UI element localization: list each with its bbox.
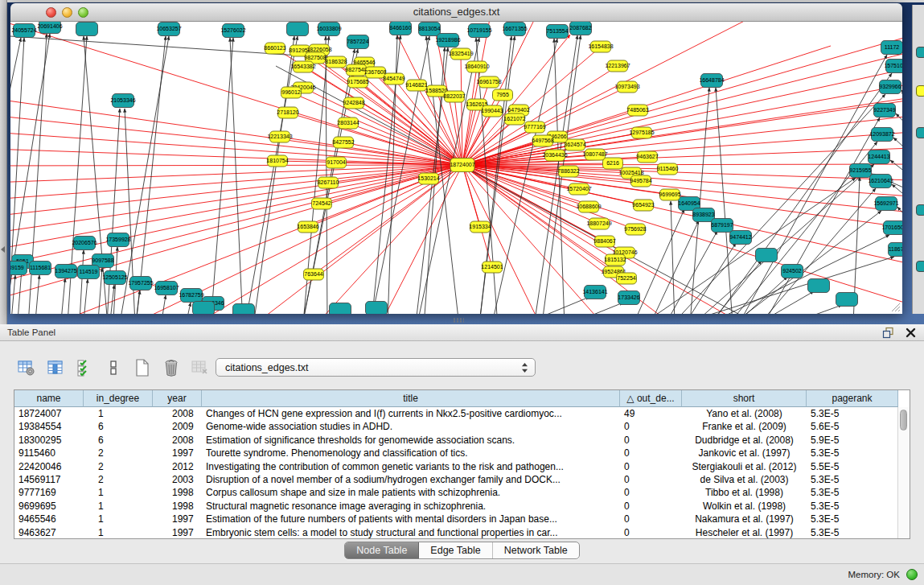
graph-node[interactable]: 9777169: [524, 122, 545, 133]
graph-node[interactable]: 1186753: [889, 243, 903, 257]
graph-node[interactable]: 39159: [10, 262, 27, 275]
network-svg[interactable]: 2405572420691406106532571527602216033809…: [10, 22, 902, 314]
table-cell-out_degree[interactable]: 0: [620, 460, 682, 473]
table-cell-short[interactable]: Nakamura et al. (1997): [682, 513, 807, 525]
table-cell-out_degree[interactable]: 0: [620, 513, 682, 525]
graph-node[interactable]: 8186328: [325, 56, 347, 68]
graph-node[interactable]: [76, 23, 98, 36]
table-cell-title[interactable]: Structural magnetic resonance image aver…: [202, 500, 620, 513]
graph-node[interactable]: 16648784: [699, 74, 724, 88]
table-cell-pagerank[interactable]: 5.3E-5: [807, 486, 898, 499]
graph-node[interactable]: 12975185: [629, 127, 654, 138]
table-cell-pagerank[interactable]: 5.3E-5: [807, 407, 898, 420]
tab-edge-table[interactable]: Edge Table: [419, 542, 492, 558]
table-cell-out_degree[interactable]: 0: [620, 434, 682, 447]
graph-node[interactable]: 16671355: [502, 23, 527, 36]
graph-node[interactable]: 8660123: [264, 43, 285, 54]
column-header-short[interactable]: short: [682, 390, 807, 407]
table-cell-name[interactable]: 9463627: [14, 526, 84, 539]
table-cell-name[interactable]: 9777169: [14, 486, 84, 499]
graph-node[interactable]: 15720407: [566, 183, 591, 195]
graph-node[interactable]: 8454749: [383, 73, 405, 84]
table-cell-year[interactable]: 1997: [153, 526, 202, 539]
graph-node[interactable]: 3624574: [564, 139, 585, 150]
graph-node[interactable]: 18325419: [448, 48, 473, 60]
table-cell-pagerank[interactable]: 5.9E-5: [807, 434, 898, 447]
graph-edge[interactable]: [230, 38, 243, 314]
graph-edge[interactable]: [136, 36, 166, 314]
graph-node[interactable]: 11172: [881, 41, 903, 55]
table-cell-name[interactable]: 19384554: [14, 420, 84, 433]
graph-node[interactable]: 114519: [78, 266, 100, 279]
graph-edge[interactable]: [80, 250, 84, 314]
minimize-button[interactable]: [62, 7, 72, 18]
table-cell-out_degree[interactable]: 0: [620, 473, 682, 486]
graph-node[interactable]: 2718120: [277, 107, 298, 118]
graph-edge[interactable]: [896, 113, 902, 131]
graph-node[interactable]: 9115460: [657, 163, 679, 175]
graph-node[interactable]: 7955: [493, 89, 513, 101]
graph-node[interactable]: [366, 302, 388, 315]
table-cell-out_degree[interactable]: 0: [620, 420, 682, 433]
table-cell-name[interactable]: 14569117: [14, 473, 84, 486]
tab-network-table[interactable]: Network Table: [493, 542, 579, 558]
graph-node[interactable]: 12213343: [267, 131, 292, 142]
graph-edge[interactable]: [245, 36, 298, 314]
graph-node[interactable]: 10719155: [466, 24, 491, 38]
background-window-sliver[interactable]: [912, 5, 924, 314]
graph-node[interactable]: 9463627: [636, 151, 658, 163]
zoom-button[interactable]: [78, 7, 88, 18]
graph-node[interactable]: 20364436: [542, 150, 567, 161]
graph-node[interactable]: [836, 293, 858, 307]
graph-edge[interactable]: [35, 275, 39, 314]
tab-node-table[interactable]: Node Table: [345, 542, 419, 558]
graph-edge[interactable]: [893, 138, 902, 155]
graph-node[interactable]: 1621072: [503, 113, 525, 125]
close-panel-icon[interactable]: [906, 328, 916, 338]
table-cell-title[interactable]: Corpus callosum shape and size in male p…: [202, 486, 620, 499]
graph-node[interactable]: 12093872: [869, 128, 894, 142]
new-column-button[interactable]: [132, 357, 153, 378]
graph-node[interactable]: 8938923: [692, 208, 714, 222]
graph-node[interactable]: [330, 303, 351, 315]
graph-node[interactable]: 9495784: [630, 175, 651, 187]
network-window[interactable]: citations_edges.txt 24055724206914061065…: [10, 3, 902, 314]
graph-node[interactable]: 752254: [617, 273, 637, 284]
graph-node[interactable]: 15692971: [873, 197, 898, 211]
graph-node[interactable]: 6497568: [532, 135, 553, 146]
graph-node[interactable]: 20206576: [72, 237, 97, 250]
table-cell-year[interactable]: 1997: [153, 513, 202, 525]
table-cell-in_degree[interactable]: 2: [84, 473, 153, 486]
graph-node[interactable]: 17359928: [105, 233, 130, 247]
table-cell-in_degree[interactable]: 1: [84, 526, 153, 539]
graph-node[interactable]: 9654923: [632, 200, 654, 211]
column-header-pagerank[interactable]: pagerank: [807, 390, 898, 407]
table-cell-year[interactable]: 1998: [153, 486, 202, 499]
table-row[interactable]: 977716911998Corpus callosum shape and si…: [14, 486, 910, 499]
graph-node[interactable]: 8427552: [332, 137, 354, 148]
table-cell-out_degree[interactable]: 0: [620, 500, 682, 513]
graph-edge[interactable]: [492, 39, 557, 314]
table-cell-year[interactable]: 1998: [153, 500, 202, 513]
table-row[interactable]: 969969511998Structural magnetic resonanc…: [14, 500, 910, 513]
graph-node[interactable]: 924502: [782, 265, 803, 278]
graph-node[interactable]: 16961758: [476, 76, 501, 88]
graph-node[interactable]: 8466160: [389, 22, 411, 35]
delete-column-button[interactable]: [161, 357, 182, 378]
graph-node[interactable]: 1733426: [618, 291, 639, 305]
table-cell-pagerank[interactable]: 5.3E-5: [807, 526, 898, 539]
table-mode-button[interactable]: [16, 357, 37, 378]
table-cell-title[interactable]: Tourette syndrome. Phenomenology and cla…: [202, 447, 620, 459]
table-cell-short[interactable]: Jankovic et al. (1997): [682, 447, 807, 459]
graph-node[interactable]: 9756928: [624, 224, 646, 235]
graph-node[interactable]: 6216: [603, 158, 623, 169]
graph-edge[interactable]: [716, 88, 733, 314]
vertical-scrollbar[interactable]: [897, 407, 910, 538]
graph-node[interactable]: 16782759: [179, 289, 203, 303]
graph-edge[interactable]: [253, 36, 294, 314]
column-header-title[interactable]: title: [202, 390, 620, 407]
graph-edge[interactable]: [136, 290, 140, 314]
graph-edge[interactable]: [461, 54, 462, 165]
column-header-in_degree[interactable]: in_degree: [84, 390, 153, 407]
graph-node[interactable]: [233, 304, 255, 315]
